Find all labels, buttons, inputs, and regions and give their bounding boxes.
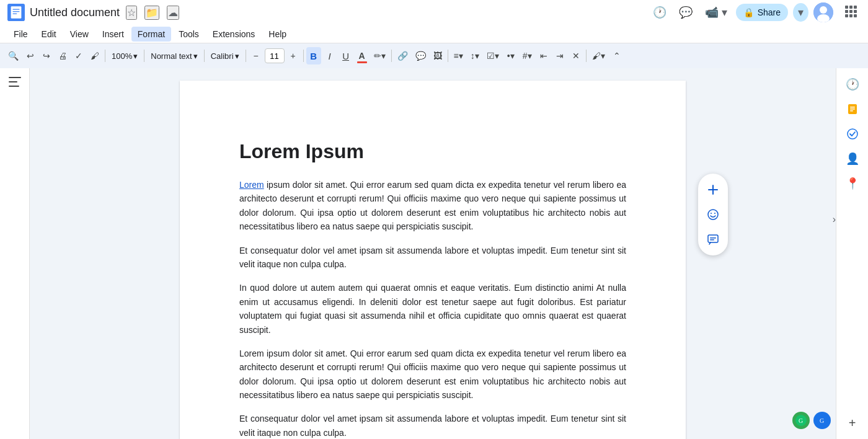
document-title: Lorem Ipsum [239,140,626,163]
indent-decrease-button[interactable]: ⇤ [536,47,551,64]
paint-format-button[interactable]: 🖌 [87,47,102,64]
paragraph-4: Lorem ipsum dolor sit amet. Qui error ea… [239,347,626,402]
right-panel-expand-button[interactable]: › [833,214,836,225]
text-align-button[interactable]: ≡▾ [451,47,466,64]
svg-rect-25 [708,235,718,242]
voice-typing-button[interactable]: 🖌▾ [589,47,608,64]
svg-point-32 [848,129,857,139]
svg-rect-21 [708,189,718,190]
outline-toggle-button[interactable] [5,73,25,94]
share-dropdown-button[interactable]: ▾ [793,3,808,22]
star-icon[interactable]: ☆ [126,6,137,20]
menu-edit[interactable]: Edit [35,27,63,42]
right-panel-add-button[interactable]: + [841,412,864,434]
zoom-select[interactable]: 100% ▾ [108,47,141,64]
float-comment-button[interactable] [702,228,724,251]
document-page: Lorem Ipsum Lorem ipsum dolor sit amet. … [180,81,686,439]
grammarly-icon[interactable]: G [792,412,810,429]
numbered-list-button[interactable]: #▾ [520,47,535,64]
svg-point-24 [714,213,715,214]
svg-text:G: G [820,417,824,424]
menu-view[interactable]: View [64,27,95,42]
font-select[interactable]: Calibri ▾ [207,47,243,64]
google-apps-icon[interactable] [841,2,861,23]
svg-rect-14 [845,14,848,17]
font-dropdown-icon: ▾ [235,51,239,61]
menu-insert[interactable]: Insert [96,27,130,42]
redo-button[interactable]: ↪ [39,47,54,64]
indent-increase-button[interactable]: ⇥ [552,47,567,64]
insert-link-button[interactable]: 🔗 [394,47,411,64]
toolbar-divider-1 [105,50,105,62]
version-history-button[interactable]: 🕐 [841,73,864,95]
print-button[interactable]: 🖨 [55,47,70,64]
toolbar-more-button[interactable]: ⌃ [609,47,624,64]
history-icon[interactable]: 🕐 [649,3,670,22]
insert-comment-button[interactable]: 💬 [412,47,429,64]
search-button[interactable]: 🔍 [5,47,22,64]
font-size-input[interactable] [265,48,285,63]
save-to-drive-icon[interactable]: 📁 [144,6,159,20]
toolbar-divider-8 [586,50,587,62]
document-area[interactable]: Lorem Ipsum Lorem ipsum dolor sit amet. … [30,68,836,439]
bullet-list-button[interactable]: •▾ [503,47,518,64]
svg-point-6 [820,6,827,14]
maps-button[interactable]: 📍 [841,172,864,195]
italic-button[interactable]: I [322,47,337,64]
paragraph-2: Et consequatur dolor vel amet ipsam sit … [239,244,626,272]
main-layout: Lorem Ipsum Lorem ipsum dolor sit amet. … [0,68,868,439]
text-style-select[interactable]: Normal text ▾ [147,47,201,64]
insert-image-button[interactable]: 🖼 [430,47,445,64]
svg-rect-1 [11,6,22,19]
font-size-increase-button[interactable]: + [286,47,301,64]
menu-file[interactable]: File [7,27,34,42]
paragraph-3: In quod dolore ut autem autem qui quaera… [239,281,626,337]
cloud-save-icon[interactable]: ☁ [167,6,179,20]
contacts-button[interactable]: 👤 [841,148,864,170]
underline-button[interactable]: U [339,47,353,64]
svg-rect-19 [9,86,19,87]
font-value: Calibri [211,51,234,61]
menu-format[interactable]: Format [131,27,171,42]
svg-rect-15 [849,14,852,17]
svg-rect-2 [12,9,19,9]
floating-action-toolbar [698,174,728,255]
clear-format-button[interactable]: ✕ [569,47,583,64]
menu-tools[interactable]: Tools [172,27,205,42]
paragraph-5: Et consequatur dolor vel amet ipsam sit … [239,412,626,439]
highlight-color-button[interactable]: ✏▾ [371,47,389,64]
bottom-overlay: G G [792,412,831,429]
svg-rect-10 [854,6,857,9]
svg-rect-11 [845,10,848,13]
tasks-button[interactable] [841,123,864,145]
svg-rect-27 [710,239,714,241]
line-spacing-button[interactable]: ↕▾ [467,47,482,64]
undo-button[interactable]: ↩ [23,47,38,64]
right-panel: 🕐 👤 📍 + [836,68,868,439]
svg-rect-18 [9,81,17,82]
checklist-button[interactable]: ☑▾ [484,47,502,64]
float-emoji-button[interactable] [702,203,724,226]
avatar[interactable] [813,2,833,22]
float-add-button[interactable] [702,179,724,201]
lorem-link[interactable]: Lorem [239,180,264,190]
svg-rect-31 [850,110,853,112]
bold-button[interactable]: B [306,47,321,64]
grammarly-blue-icon[interactable]: G [813,412,831,429]
menu-extensions[interactable]: Extensions [206,27,261,42]
svg-rect-30 [850,109,855,110]
chat-icon[interactable]: 💬 [675,3,696,22]
svg-point-23 [711,213,712,214]
keep-notes-button[interactable] [841,98,864,120]
spellcheck-button[interactable]: ✓ [71,47,86,64]
doc-icon [7,4,25,21]
doc-title[interactable]: Untitled document [30,6,120,19]
svg-rect-13 [854,10,857,13]
font-size-decrease-button[interactable]: − [249,47,264,64]
menu-help[interactable]: Help [262,27,293,42]
text-color-label: A [359,51,365,61]
video-icon[interactable]: 📹 ▾ [701,3,731,22]
share-button[interactable]: 🔒 Share [736,4,788,21]
text-color-button[interactable]: A [355,47,370,64]
toolbar-divider-6 [391,50,392,62]
